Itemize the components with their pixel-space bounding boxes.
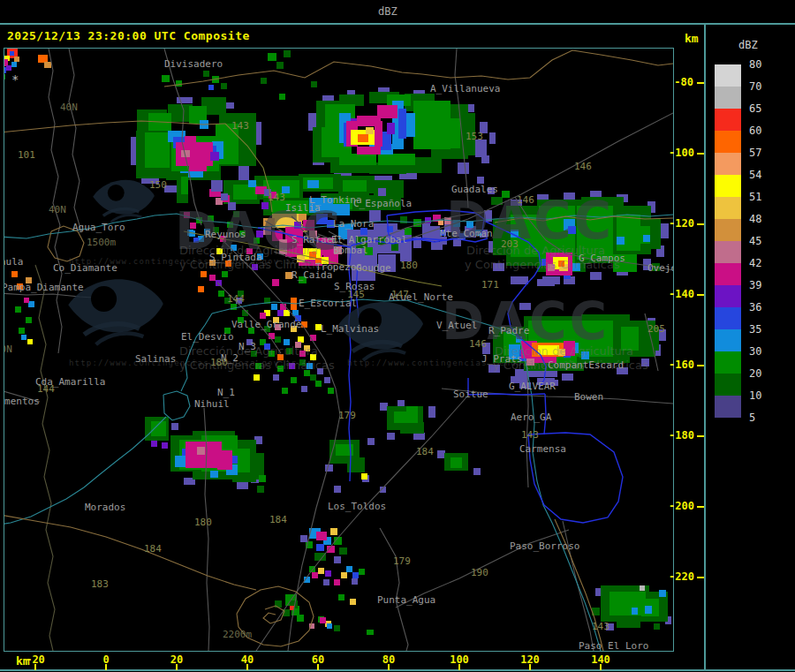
place-name-label: Goudge [356, 262, 391, 274]
place-name-label: La_Nora [333, 218, 374, 230]
radar-app-window: dBZ 2025/12/13 23:20:00 UTC Composite km… [0, 0, 795, 672]
radar-map-canvas[interactable]: DACCDACCDACCDirección de Agriculturay Co… [4, 48, 674, 652]
road-number-label: 146 [469, 338, 487, 350]
url-watermark: http://www.contingencias.mendoza.gov.ar [69, 359, 297, 367]
road-number-label: 147 [391, 289, 409, 300]
road-number-label: 144 [227, 293, 245, 305]
place-name-label: N_1 [217, 387, 235, 398]
place-name-label: Aero_GA [511, 412, 551, 423]
legend-color-swatch [715, 109, 741, 131]
legend-value-label: 20 [749, 367, 776, 380]
legend-value-label: 80 [749, 58, 776, 71]
road-number-label: 101 [18, 149, 35, 161]
place-name-label: Co_Diamante [53, 262, 117, 274]
place-name-label: C_Española [353, 198, 412, 209]
legend-color-swatch [715, 263, 741, 285]
place-name-label: CompantEscard [548, 359, 624, 371]
place-name-label: Salinas [135, 353, 176, 365]
road-number-label: 143 [268, 192, 285, 203]
right-axis-tick [697, 223, 704, 225]
bottom-axis-tick [529, 664, 531, 670]
gray-map-line [49, 49, 62, 353]
gray-map-line [256, 397, 466, 651]
legend-color-swatch [715, 131, 741, 153]
place-name-label: Agua_Toro [72, 222, 125, 233]
legend-value-label: 36 [749, 301, 776, 313]
bottom-axis-tick [458, 664, 460, 670]
legend-value-label: 57 [749, 147, 776, 159]
bottom-axis-tick [600, 664, 602, 670]
bottom-axis-tick [176, 664, 178, 670]
legend-color-swatch [715, 175, 741, 197]
road-number-label: 184 [269, 514, 287, 525]
right-axis-tick [697, 506, 704, 508]
legend-color-swatch [715, 87, 741, 109]
khaki-map-line [35, 265, 55, 651]
place-name-label: Carmensa [519, 443, 566, 455]
place-name-label: Paso_Borroso [510, 540, 579, 552]
place-name-label: Campamentos [4, 396, 40, 407]
place-name-label: Morados [85, 502, 125, 513]
place-name-label: Ovejeria [647, 262, 674, 274]
place-name-label: El_Desvio [181, 331, 234, 343]
bottom-axis-tick [246, 664, 248, 670]
bottom-axis-tick [317, 664, 319, 670]
right-axis-tick [697, 435, 704, 437]
gray-map-line [204, 408, 209, 651]
place-name-label: G_ALVEAR [509, 381, 556, 392]
contour-label: 2200m [223, 629, 252, 640]
legend-value-label: 51 [749, 191, 776, 203]
place-name-label: V_Atuel [436, 320, 477, 331]
place-name-label: S_Pintada [209, 252, 262, 263]
bottom-axis-tick [388, 664, 390, 670]
legend-value-label: 60 [749, 125, 776, 137]
tan-map-line [4, 515, 256, 590]
legend-value-label: 65 [749, 102, 776, 115]
place-name-label: Bombal [333, 245, 368, 256]
url-watermark: http://www.contingencias.mendoza.gov.ar [347, 359, 575, 367]
road-number-label: 180 [210, 357, 228, 368]
place-name-label: Los_Toldos [328, 501, 386, 512]
road-number-label: 144 [37, 383, 55, 395]
tan-map-line [164, 50, 673, 87]
contour-label: 1500m [87, 237, 116, 248]
place-name-label: Mte_Coman [440, 228, 493, 239]
road-number-label: 143 [592, 621, 610, 632]
road-number-label: 203 [501, 238, 519, 250]
place-name-label: N_3 [238, 341, 256, 352]
legend-value-label: 10 [749, 389, 776, 402]
legend-value-label: 39 [749, 279, 776, 291]
legend-color-swatch [715, 396, 741, 418]
place-name-label: Punta_Agua [377, 594, 435, 606]
cyan-map-line [163, 391, 190, 420]
road-number-label: 205 [647, 323, 665, 335]
right-axis-tick [697, 365, 704, 366]
place-name-label: R_Caida [292, 269, 332, 281]
right-axis-tick [697, 577, 704, 578]
right-axis-tick [697, 294, 704, 296]
place-name-label: A_Villanueva [430, 83, 500, 94]
legend-color-swatch [715, 285, 741, 307]
road-number-label: 143 [231, 120, 249, 132]
legend-value-label: 54 [749, 169, 776, 181]
legend-color-swatch [715, 329, 741, 351]
road-number-label: 184 [144, 543, 162, 555]
road-number-label: 180 [400, 260, 418, 271]
legend-value-label: 45 [749, 235, 776, 247]
right-axis-tick [697, 153, 704, 155]
place-name-label: Valle_Grande [231, 319, 301, 330]
road-number-label: 179 [393, 555, 411, 567]
road-number-label: 150 [149, 179, 167, 191]
legend-value-label: 30 [749, 345, 776, 358]
road-number-label: 171 [481, 279, 499, 291]
place-name-label: J_Prats [481, 353, 522, 365]
legend-color-swatch [715, 153, 741, 175]
road-number-label: 146 [517, 194, 534, 206]
place-name-label: Bowen [574, 391, 603, 403]
place-name-label: Soitue [453, 389, 488, 400]
road-number-label: 184 [416, 446, 434, 457]
gray-map-line [380, 528, 408, 651]
road-number-label: 180 [194, 517, 212, 528]
window-title: dBZ [378, 5, 398, 18]
place-name-label: Pampa_Diamante [4, 282, 84, 293]
